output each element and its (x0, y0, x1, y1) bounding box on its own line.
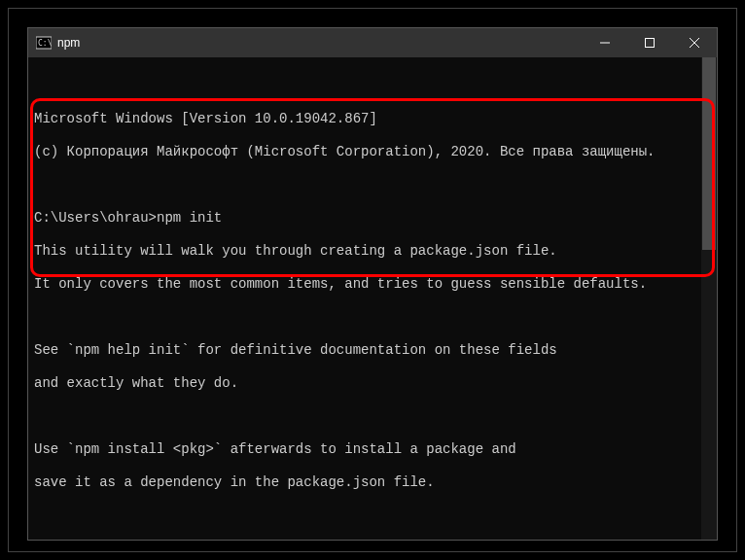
output-line: It only covers the most common items, an… (34, 276, 711, 293)
terminal-body[interactable]: Microsoft Windows [Version 10.0.19042.86… (28, 57, 717, 540)
terminal-window: C:\ npm Microsoft Windows [Version 10.0.… (27, 27, 718, 541)
header-line: Microsoft Windows [Version 10.0.19042.86… (34, 111, 711, 127)
svg-rect-3 (646, 39, 655, 48)
prompt-line: C:\Users\ohrau>npm init (34, 210, 711, 227)
header-line (34, 177, 711, 193)
output-line: See `npm help init` for definitive docum… (34, 342, 711, 359)
output-line: This utility will walk you through creat… (34, 243, 711, 260)
terminal-text: Microsoft Windows [Version 10.0.19042.86… (34, 94, 711, 540)
cmd-icon: C:\ (36, 35, 52, 51)
output-line: save it as a dependency in the package.j… (34, 474, 711, 491)
close-button[interactable] (672, 28, 717, 57)
output-line: and exactly what they do. (34, 375, 711, 392)
header-line: (c) Корпорация Майкрософт (Microsoft Cor… (34, 144, 711, 160)
output-line (34, 309, 711, 326)
output-line: Use `npm install <pkg>` afterwards to in… (34, 441, 711, 458)
window-title: npm (57, 36, 80, 50)
titlebar[interactable]: C:\ npm (28, 28, 717, 57)
maximize-button[interactable] (627, 28, 672, 57)
output-line (34, 508, 711, 524)
svg-text:C:\: C:\ (38, 39, 52, 48)
minimize-button[interactable] (583, 28, 627, 57)
output-line (34, 408, 711, 425)
